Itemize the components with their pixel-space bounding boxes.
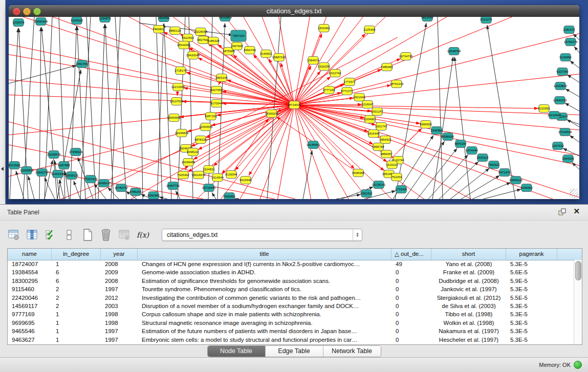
- cell-name[interactable]: 9115460: [8, 285, 52, 293]
- cell-out_degree[interactable]: 0: [391, 268, 431, 276]
- cell-out_degree[interactable]: 0: [391, 302, 431, 310]
- function-builder-button[interactable]: f(x): [136, 228, 149, 242]
- cell-name[interactable]: 9463627: [8, 336, 52, 344]
- panel-collapse-arrow-icon[interactable]: [1, 167, 4, 171]
- table-row[interactable]: 1456911722003Disruption of a novel membe…: [8, 302, 573, 310]
- delete-table-button[interactable]: [99, 228, 113, 242]
- cell-in_degree[interactable]: 2: [52, 302, 101, 310]
- cell-name[interactable]: 9699695: [8, 319, 52, 327]
- table-row[interactable]: 1938455462009Genome-wide association stu…: [8, 268, 573, 276]
- network-window[interactable]: citations_edges.txt 18724007796382288601…: [9, 5, 579, 199]
- cell-in_degree[interactable]: 1: [52, 319, 101, 327]
- cell-title[interactable]: Investigating the contribution of common…: [138, 294, 391, 302]
- cell-name[interactable]: 14569117: [8, 302, 52, 310]
- cell-short[interactable]: Franke et al. (2009): [431, 268, 506, 276]
- table-row[interactable]: 2242004622012Investigating the contribut…: [8, 294, 573, 302]
- network-window-titlebar[interactable]: citations_edges.txt: [9, 5, 579, 17]
- cell-year[interactable]: 2008: [101, 260, 138, 268]
- cell-short[interactable]: Wolkin et al. (1998): [431, 319, 506, 327]
- scrollbar-thumb[interactable]: [575, 261, 581, 280]
- cell-year[interactable]: 2009: [101, 268, 138, 276]
- cell-title[interactable]: Structural magnetic resonance image aver…: [138, 319, 391, 327]
- cell-title[interactable]: Disruption of a novel member of a sodium…: [138, 302, 391, 310]
- cell-short[interactable]: Jankovic et al. (1997): [431, 285, 506, 293]
- left-panel-edge[interactable]: [0, 0, 6, 204]
- cell-pagerank[interactable]: 5.3E-5: [506, 319, 557, 327]
- column-header-year[interactable]: year: [101, 249, 138, 259]
- window-resize-grip[interactable]: [569, 189, 578, 198]
- cell-out_degree[interactable]: 0: [391, 327, 431, 335]
- cell-title[interactable]: Genome-wide association studies in ADHD.: [138, 268, 391, 276]
- cell-name[interactable]: 9777169: [8, 310, 52, 318]
- cell-pagerank[interactable]: 5.6E-5: [506, 268, 557, 276]
- cell-year[interactable]: 1997: [101, 327, 138, 335]
- table-selector-dropdown[interactable]: citations_edges.txt ▲▼: [162, 229, 362, 241]
- cell-pagerank[interactable]: 5.3E-5: [506, 285, 557, 293]
- cell-pagerank[interactable]: 5.9E-5: [506, 277, 557, 285]
- memory-status-dot[interactable]: [574, 361, 582, 369]
- select-columns-button[interactable]: [26, 228, 39, 242]
- cell-pagerank[interactable]: 5.3E-5: [506, 302, 557, 310]
- cell-short[interactable]: Tibbo et al. (1998): [431, 310, 506, 318]
- cell-short[interactable]: Yano et al. (2008): [431, 260, 506, 268]
- cell-year[interactable]: 2008: [101, 277, 138, 285]
- cell-year[interactable]: 1998: [101, 319, 138, 327]
- column-header-in_degree[interactable]: in_degree: [52, 249, 101, 259]
- cell-in_degree[interactable]: 1: [52, 310, 101, 318]
- cell-short[interactable]: Stergiakouli et al. (2012): [431, 294, 506, 302]
- cell-in_degree[interactable]: 2: [52, 294, 101, 302]
- cell-year[interactable]: 1998: [101, 310, 138, 318]
- cell-title[interactable]: Estimation of the future numbers of pati…: [138, 327, 391, 335]
- column-header-name[interactable]: name: [8, 249, 52, 259]
- network-view-canvas[interactable]: 1872400779638228860128891293423226058982…: [9, 17, 579, 199]
- tab-node-table[interactable]: Node Table: [208, 346, 265, 357]
- row-selection-button[interactable]: [62, 228, 76, 242]
- tab-network-table[interactable]: Network Table: [323, 346, 381, 357]
- new-table-button[interactable]: [81, 228, 94, 242]
- cell-pagerank[interactable]: 5.5E-5: [506, 294, 557, 302]
- cell-name[interactable]: 19384554: [8, 268, 52, 276]
- cell-short[interactable]: Nakamura et al. (1997): [431, 327, 506, 335]
- cell-out_degree[interactable]: 49: [391, 260, 431, 268]
- cell-name[interactable]: 18300295: [8, 277, 52, 285]
- cell-out_degree[interactable]: 0: [391, 319, 431, 327]
- cell-pagerank[interactable]: 5.3E-5: [506, 336, 557, 344]
- cell-in_degree[interactable]: 6: [52, 268, 101, 276]
- cell-pagerank[interactable]: 5.3E-5: [506, 327, 557, 335]
- float-window-icon[interactable]: [558, 208, 567, 216]
- cell-in_degree[interactable]: 1: [52, 336, 101, 344]
- table-row[interactable]: 911546021997Tourette syndrome. Phenomeno…: [8, 285, 573, 293]
- cell-in_degree[interactable]: 6: [52, 277, 101, 285]
- column-header-out_degree[interactable]: △ out_de...: [391, 249, 431, 259]
- tab-edge-table[interactable]: Edge Table: [265, 346, 323, 357]
- table-row[interactable]: 946362711997Embryonic stem cells: a mode…: [8, 336, 573, 344]
- cell-title[interactable]: Embryonic stem cells: a model to study s…: [138, 336, 391, 344]
- cell-title[interactable]: Changes of HCN gene expression and I(f) …: [138, 260, 391, 268]
- column-header-pagerank[interactable]: pagerank: [506, 249, 557, 259]
- cell-in_degree[interactable]: 1: [52, 260, 101, 268]
- cell-year[interactable]: 1997: [101, 285, 138, 293]
- table-row[interactable]: 977716911998Corpus callosum shape and si…: [8, 310, 573, 318]
- cell-name[interactable]: 18724007: [8, 260, 52, 268]
- table-row[interactable]: 1872400712008Changes of HCN gene express…: [8, 260, 573, 268]
- cell-year[interactable]: 2003: [101, 302, 138, 310]
- cell-year[interactable]: 2012: [101, 294, 138, 302]
- table-row[interactable]: 969969511998Structural magnetic resonanc…: [8, 319, 573, 327]
- cell-in_degree[interactable]: 2: [52, 285, 101, 293]
- cell-short[interactable]: Dudbridge et al. (2008): [431, 277, 506, 285]
- cell-name[interactable]: 22420046: [8, 294, 52, 302]
- select-all-rows-button[interactable]: [44, 228, 57, 242]
- cell-pagerank[interactable]: 5.3E-5: [506, 260, 557, 268]
- cell-pagerank[interactable]: 5.3E-5: [506, 310, 557, 318]
- cell-out_degree[interactable]: 0: [391, 294, 431, 302]
- table-row[interactable]: 946554611997Estimation of the future num…: [8, 327, 573, 335]
- cell-name[interactable]: 9465546: [8, 327, 52, 335]
- column-header-short[interactable]: short: [431, 249, 506, 259]
- cell-out_degree[interactable]: 0: [391, 336, 431, 344]
- table-settings-button[interactable]: [7, 228, 20, 242]
- cell-year[interactable]: 1997: [101, 336, 138, 344]
- cell-in_degree[interactable]: 1: [52, 327, 101, 335]
- cell-out_degree[interactable]: 0: [391, 277, 431, 285]
- table-vertical-scrollbar[interactable]: [574, 260, 582, 344]
- cell-short[interactable]: Hescheler et al. (1997): [431, 336, 506, 344]
